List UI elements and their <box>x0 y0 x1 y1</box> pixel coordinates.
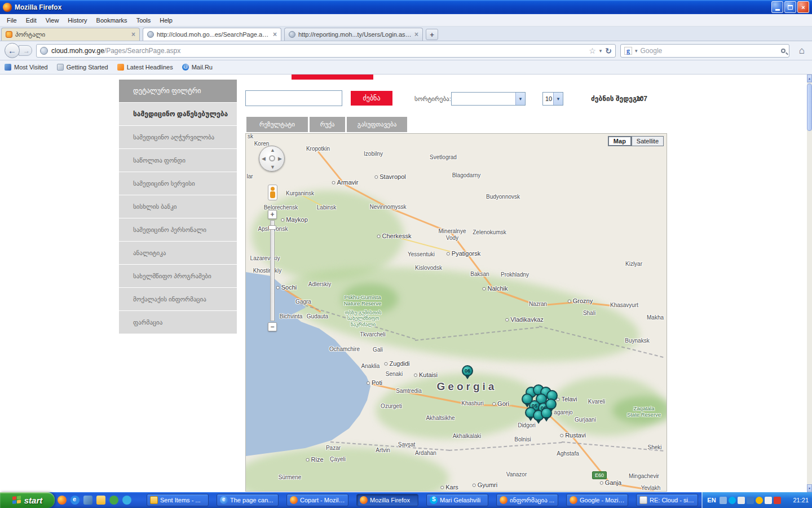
tab-close-icon[interactable]: × <box>131 30 135 38</box>
sidebar-item[interactable]: ანალიტიკა <box>119 242 237 264</box>
zoom-slider[interactable] <box>270 220 275 321</box>
start-button[interactable]: start <box>0 492 55 508</box>
map-label: ფსხუ-გუმისთის სახელმწიფო ნაკრძალი <box>345 310 381 327</box>
chevron-down-icon[interactable]: ▼ <box>515 93 525 105</box>
desktop-quicklaunch-icon[interactable] <box>83 496 92 505</box>
url-bar[interactable]: cloud.moh.gov.ge /Pages/SearchPage.aspx … <box>36 44 616 58</box>
taskbar-button[interactable]: Google - Mozill... <box>566 494 628 506</box>
pegman-icon[interactable] <box>268 185 277 200</box>
taskbar-button[interactable]: Mari Gelashvili <box>426 494 488 506</box>
scroll-up-icon[interactable]: ▲ <box>807 75 812 82</box>
sidebar-item[interactable]: სამედიცინო სერვისი <box>119 172 237 195</box>
pan-down-icon[interactable]: ▼ <box>270 164 275 170</box>
taskbar-button[interactable]: Sent Items - ... <box>147 494 209 506</box>
sidebar-item[interactable]: სამედიცინო პერსონალი <box>119 218 237 241</box>
filter-search-input[interactable] <box>245 90 342 106</box>
map-pan-control[interactable]: ▲ ▼ ◀ ▶ <box>259 146 285 172</box>
search-engine-dropdown-icon[interactable]: ▾ <box>635 48 638 54</box>
page-size-select[interactable]: 10 ▼ <box>542 92 563 106</box>
volume-tray-icon[interactable] <box>738 497 745 504</box>
menu-history[interactable]: History <box>63 15 91 25</box>
taskbar-button[interactable]: The page can... <box>217 494 279 506</box>
pan-center-icon[interactable] <box>269 155 275 161</box>
menu-help[interactable]: Help <box>155 15 177 25</box>
tab-searchpage[interactable]: http://cloud.moh.go...es/SearchPage.aspx… <box>143 28 281 41</box>
magnifier-icon[interactable] <box>781 49 785 53</box>
sidebar-item[interactable]: დეტალური ფილტრი <box>119 80 237 102</box>
sidebar-item[interactable]: სახელმწიფო პროგრამები <box>119 265 237 287</box>
tab-close-icon[interactable]: × <box>414 30 418 38</box>
msn-quicklaunch-icon[interactable] <box>122 496 131 505</box>
search-bar[interactable]: g ▾ Google <box>620 44 789 58</box>
titlebar[interactable]: Mozilla Firefox × <box>0 0 812 14</box>
map-label: Budyonnovsk <box>486 194 520 200</box>
firefox-quicklaunch-icon[interactable] <box>58 496 67 505</box>
map-marker[interactable] <box>541 408 552 419</box>
update-tray-icon[interactable] <box>756 497 763 504</box>
bookmark-item[interactable]: Most Visited <box>5 64 48 71</box>
sidebar-item[interactable]: სისხლის ბანკი <box>119 195 237 218</box>
sidebar-item[interactable]: საწოლთა ფონდი <box>119 149 237 172</box>
map-type-satellite-button[interactable]: Satellite <box>632 136 664 146</box>
network-tray-icon[interactable] <box>747 497 754 504</box>
menu-edit[interactable]: Edit <box>21 15 41 25</box>
ie-quicklaunch-icon[interactable] <box>70 496 80 505</box>
bookmark-item[interactable]: Latest Headlines <box>117 64 173 71</box>
map-canvas[interactable]: skKorenKropotkinIzobilnySvetlogradStavro… <box>245 133 667 492</box>
map-label: Şavşat <box>398 441 416 448</box>
reload-icon[interactable]: ↻ <box>605 46 612 55</box>
zoom-slider-thumb[interactable] <box>268 225 276 230</box>
back-button[interactable]: ← <box>5 43 20 58</box>
minimize-button[interactable] <box>771 1 783 13</box>
pan-up-icon[interactable]: ▲ <box>270 147 275 153</box>
forward-button[interactable]: → <box>19 45 32 56</box>
action-button[interactable]: გასუფთავება <box>347 117 407 132</box>
mail-tray-icon[interactable] <box>765 497 772 504</box>
zoom-in-button[interactable]: + <box>268 210 277 219</box>
restore-tray-icon[interactable] <box>720 497 727 504</box>
outlook-quicklaunch-icon[interactable] <box>96 496 105 505</box>
menu-tools[interactable]: Tools <box>132 15 156 25</box>
urlbar-dropdown-icon[interactable]: ▾ <box>599 48 602 54</box>
sidebar-item[interactable]: ფარმაცია <box>119 311 237 334</box>
language-indicator[interactable]: EN <box>706 497 717 503</box>
map-label: Bolnisi <box>514 436 531 443</box>
map-label: Grozny <box>568 297 593 305</box>
bookmark-item[interactable]: Getting Started <box>57 64 108 71</box>
restore-button[interactable] <box>784 1 796 13</box>
tab-reporting[interactable]: http://reporting.moh...ty/Users/Login.as… <box>284 28 423 41</box>
media-quicklaunch-icon[interactable] <box>109 496 118 505</box>
vertical-scrollbar[interactable]: ▲ ▼ <box>807 75 812 492</box>
taskbar-button[interactable]: Copart - Mozill... <box>286 494 348 506</box>
sort-select[interactable]: ▼ <box>451 92 526 106</box>
tab-close-icon[interactable]: × <box>273 30 277 38</box>
new-tab-button[interactable]: + <box>426 29 438 40</box>
zoom-out-button[interactable]: − <box>268 322 277 331</box>
taskbar-button[interactable]: Mozilla Firefox <box>356 494 418 506</box>
map-type-map-button[interactable]: Map <box>608 136 632 146</box>
bookmark-star-icon[interactable]: ☆ <box>589 46 596 55</box>
sidebar-item[interactable]: მოქალაქის ინფორმაცია <box>119 288 237 310</box>
menu-bookmarks[interactable]: Bookmarks <box>92 15 132 25</box>
action-button[interactable]: რუქა <box>310 117 345 132</box>
bookmark-item[interactable]: Mail.Ru <box>182 64 213 71</box>
sidebar-item[interactable]: სამედიცინო დაწესებულება <box>119 103 237 125</box>
taskbar-button[interactable]: RE: Cloud - sis... <box>636 494 698 506</box>
close-button[interactable]: × <box>797 1 809 13</box>
action-button[interactable]: რეზულტატი <box>246 117 308 132</box>
home-button[interactable]: ⌂ <box>795 44 809 58</box>
pan-right-icon[interactable]: ▶ <box>278 156 282 161</box>
pan-left-icon[interactable]: ◀ <box>262 156 266 161</box>
tab-portal[interactable]: პორტალი × <box>1 28 140 41</box>
taskbar-button[interactable]: ინფორმაცია ... <box>496 494 558 506</box>
scrollbar-thumb[interactable] <box>807 84 812 131</box>
search-button[interactable]: ძებნა <box>351 91 392 106</box>
sidebar-item[interactable]: სამედიცინო აღჭურვილობა <box>119 126 237 148</box>
scroll-down-icon[interactable]: ▼ <box>807 484 812 492</box>
skype-tray-icon[interactable] <box>729 497 736 504</box>
antivirus-tray-icon[interactable] <box>774 497 781 504</box>
chevron-down-icon[interactable]: ▼ <box>553 93 563 105</box>
menu-view[interactable]: View <box>41 15 64 25</box>
map-marker[interactable]: 06 <box>462 365 473 376</box>
menu-file[interactable]: File <box>2 15 21 25</box>
